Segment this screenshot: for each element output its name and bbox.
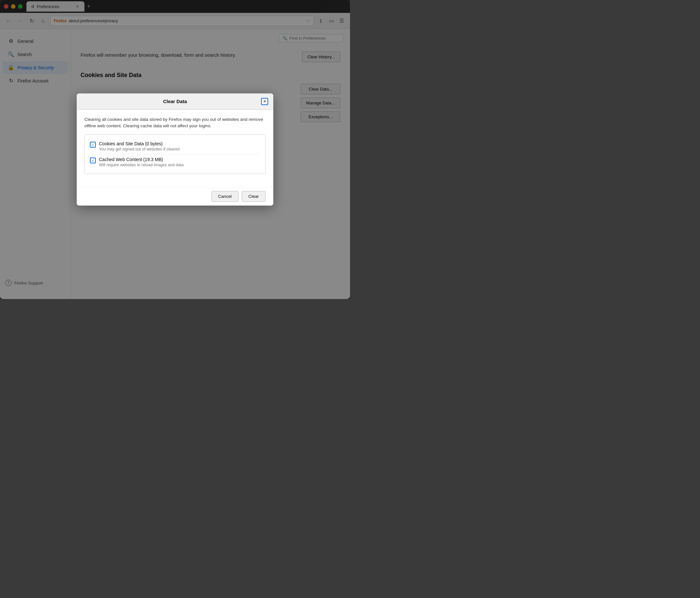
modal-clear-button[interactable]: Clear	[242, 191, 266, 202]
modal-cancel-button[interactable]: Cancel	[211, 191, 239, 202]
clear-data-modal: Clear Data ✕ Clearing all cookies and si…	[77, 94, 273, 206]
cached-option-text: Cached Web Content (19.3 MB) Will requir…	[99, 157, 184, 167]
cached-option-label: Cached Web Content (19.3 MB)	[99, 157, 184, 162]
modal-body: Clearing all cookies and site data store…	[77, 110, 273, 187]
cookies-option-checkbox[interactable]: ✓	[90, 142, 96, 148]
cached-option-checkbox[interactable]: ✓	[90, 158, 96, 163]
modal-title: Clear Data	[89, 99, 261, 104]
modal-footer: Cancel Clear	[77, 187, 273, 206]
cookies-option-label: Cookies and Site Data (0 bytes)	[99, 141, 179, 146]
modal-overlay: Clear Data ✕ Clearing all cookies and si…	[0, 0, 350, 299]
cookies-option-text: Cookies and Site Data (0 bytes) You may …	[99, 141, 179, 151]
cookies-option: ✓ Cookies and Site Data (0 bytes) You ma…	[90, 138, 260, 154]
modal-options: ✓ Cookies and Site Data (0 bytes) You ma…	[84, 134, 266, 174]
modal-description: Clearing all cookies and site data store…	[84, 116, 266, 130]
modal-header: Clear Data ✕	[77, 94, 273, 110]
cached-option-sublabel: Will require websites to reload images a…	[99, 163, 184, 167]
modal-close-button[interactable]: ✕	[261, 98, 268, 105]
cookies-option-sublabel: You may get signed out of websites if cl…	[99, 147, 179, 151]
cached-option: ✓ Cached Web Content (19.3 MB) Will requ…	[90, 154, 260, 170]
